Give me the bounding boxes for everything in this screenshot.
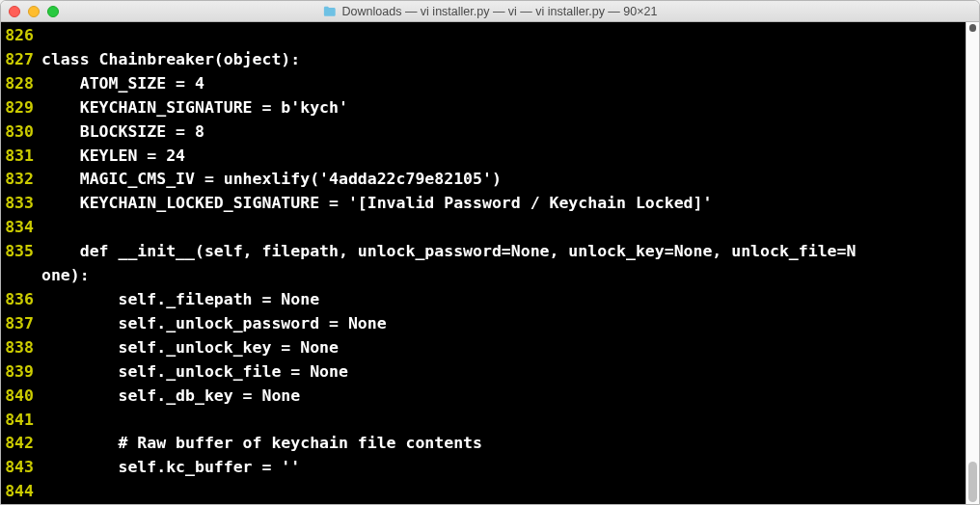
code-text: self._unlock_password = None: [41, 312, 387, 336]
code-text: KEYCHAIN_LOCKED_SIGNATURE = '[Invalid Pa…: [41, 192, 712, 216]
maximize-button[interactable]: [47, 6, 59, 17]
line-number: 832: [1, 168, 41, 192]
code-line: 838 self._unlock_key = None: [1, 336, 966, 360]
line-number: 834: [1, 216, 41, 240]
code-line: 826: [1, 24, 966, 48]
line-number: 837: [1, 312, 41, 336]
terminal-window: Downloads — vi installer.py — vi — vi in…: [0, 0, 980, 505]
minimize-button[interactable]: [28, 6, 40, 17]
code-line: 832 MAGIC_CMS_IV = unhexlify('4adda22c79…: [1, 168, 966, 192]
line-number: 840: [1, 385, 41, 409]
code-line: 830 BLOCKSIZE = 8: [1, 120, 966, 145]
code-line: 836 self._filepath = None: [1, 288, 966, 312]
code-text: MAGIC_CMS_IV = unhexlify('4adda22c79e821…: [41, 168, 502, 192]
code-line: 834: [1, 216, 966, 240]
code-line: 833 KEYCHAIN_LOCKED_SIGNATURE = '[Invali…: [1, 192, 966, 216]
scrollbar-thumb[interactable]: [968, 462, 977, 502]
line-number: 841: [1, 409, 41, 433]
code-line: one):: [1, 264, 966, 288]
line-number: 826: [1, 24, 41, 48]
code-text: KEYCHAIN_SIGNATURE = b'kych': [41, 96, 348, 120]
code-text: # Raw buffer of keychain file contents: [41, 432, 482, 456]
line-number: 836: [1, 288, 41, 312]
scrollbar-track[interactable]: [966, 22, 979, 504]
code-text: self.kc_buffer = '': [41, 456, 300, 480]
code-line: 829 KEYCHAIN_SIGNATURE = b'kych': [1, 96, 966, 120]
code-text: class Chainbreaker(object):: [41, 48, 300, 72]
code-line: 841: [1, 409, 966, 433]
code-text: self._unlock_key = None: [41, 336, 339, 360]
code-line: 831 KEYLEN = 24: [1, 145, 966, 169]
line-number: 842: [1, 432, 41, 456]
code-line: 835 def __init__(self, filepath, unlock_…: [1, 240, 966, 264]
line-number: 828: [1, 72, 41, 96]
window-title: Downloads — vi installer.py — vi — vi in…: [1, 5, 979, 18]
traffic-lights: [1, 6, 59, 17]
code-text: one):: [1, 264, 90, 288]
scrollbar-indicator-top: [969, 24, 976, 32]
line-number: 839: [1, 360, 41, 385]
code-text: self._db_key = None: [41, 385, 300, 409]
code-line: 837 self._unlock_password = None: [1, 312, 966, 336]
code-text: self._unlock_file = None: [41, 360, 348, 385]
line-number: 838: [1, 336, 41, 360]
line-number: 844: [1, 480, 41, 504]
titlebar[interactable]: Downloads — vi installer.py — vi — vi in…: [1, 1, 979, 22]
line-number: 843: [1, 456, 41, 480]
code-line: 827class Chainbreaker(object):: [1, 48, 966, 72]
code-line: 843 self.kc_buffer = '': [1, 456, 966, 480]
line-number: 831: [1, 145, 41, 169]
window-title-text: Downloads — vi installer.py — vi — vi in…: [342, 5, 658, 18]
code-editor[interactable]: 826827class Chainbreaker(object):828 ATO…: [1, 22, 966, 504]
line-number: 827: [1, 48, 41, 72]
line-number: 829: [1, 96, 41, 120]
close-button[interactable]: [9, 6, 20, 17]
code-text: def __init__(self, filepath, unlock_pass…: [41, 240, 856, 264]
code-line: 828 ATOM_SIZE = 4: [1, 72, 966, 96]
line-number: 830: [1, 120, 41, 145]
code-text: self._filepath = None: [41, 288, 319, 312]
line-number: 833: [1, 192, 41, 216]
code-text: BLOCKSIZE = 8: [41, 120, 204, 145]
code-line: 839 self._unlock_file = None: [1, 360, 966, 385]
code-line: 842 # Raw buffer of keychain file conten…: [1, 432, 966, 456]
editor-area: 826827class Chainbreaker(object):828 ATO…: [1, 22, 979, 504]
line-number: 835: [1, 240, 41, 264]
code-text: KEYLEN = 24: [41, 145, 185, 169]
code-line: 844: [1, 480, 966, 504]
code-text: ATOM_SIZE = 4: [41, 72, 204, 96]
code-line: 840 self._db_key = None: [1, 385, 966, 409]
folder-icon: [323, 5, 337, 18]
